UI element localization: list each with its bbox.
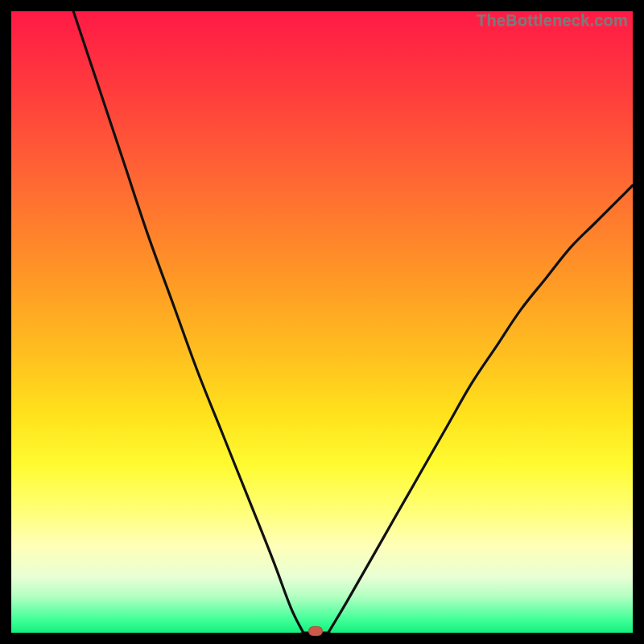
plot-area bbox=[11, 11, 633, 633]
curve-path bbox=[73, 11, 633, 633]
watermark-text: TheBottleneck.com bbox=[477, 11, 628, 30]
chart-frame: TheBottleneck.com bbox=[11, 11, 633, 633]
optimum-marker bbox=[308, 626, 323, 636]
bottleneck-curve bbox=[11, 11, 633, 633]
